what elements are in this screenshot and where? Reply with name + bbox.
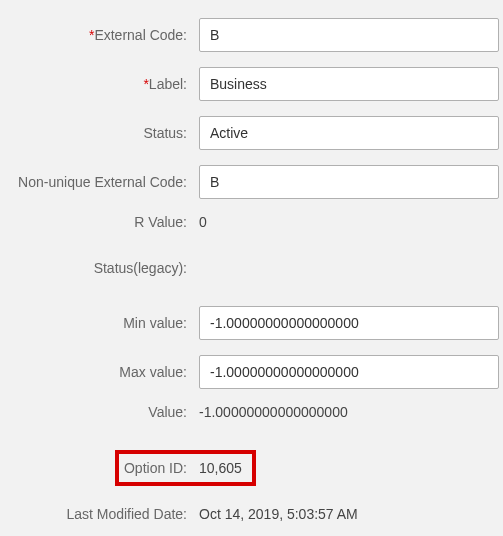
value-r-value: 0 — [195, 214, 503, 230]
label-external-code: *External Code: — [0, 27, 195, 43]
label-min-value: Min value: — [0, 315, 195, 331]
row-last-modified: Last Modified Date: Oct 14, 2019, 5:03:5… — [0, 506, 503, 522]
status-input[interactable] — [199, 116, 499, 150]
row-nonunique-code: Non-unique External Code: — [0, 165, 503, 199]
label-r-value: R Value: — [0, 214, 195, 230]
value-option-id: 10,605 — [195, 460, 242, 476]
label-option-id: Option ID: — [119, 460, 195, 476]
option-id-highlight: Option ID: 10,605 — [115, 450, 256, 486]
row-label: *Label: — [0, 67, 503, 101]
value-last-modified: Oct 14, 2019, 5:03:57 AM — [195, 506, 503, 522]
max-value-input[interactable] — [199, 355, 499, 389]
min-value-input[interactable] — [199, 306, 499, 340]
value-value: -1.00000000000000000 — [195, 404, 503, 420]
nonunique-code-input[interactable] — [199, 165, 499, 199]
label-value: Value: — [0, 404, 195, 420]
row-value: Value: -1.00000000000000000 — [0, 404, 503, 420]
external-code-input[interactable] — [199, 18, 499, 52]
label-status-legacy: Status(legacy): — [0, 260, 195, 276]
label-nonunique-code: Non-unique External Code: — [0, 174, 195, 190]
label-last-modified: Last Modified Date: — [0, 506, 195, 522]
label-status: Status: — [0, 125, 195, 141]
row-min-value: Min value: — [0, 306, 503, 340]
row-external-code: *External Code: — [0, 18, 503, 52]
row-status-legacy: Status(legacy): — [0, 260, 503, 276]
row-status: Status: — [0, 116, 503, 150]
form-container: *External Code: *Label: Status: Non-uniq… — [0, 0, 503, 522]
row-max-value: Max value: — [0, 355, 503, 389]
row-r-value: R Value: 0 — [0, 214, 503, 230]
label-max-value: Max value: — [0, 364, 195, 380]
label-label: *Label: — [0, 76, 195, 92]
label-input[interactable] — [199, 67, 499, 101]
